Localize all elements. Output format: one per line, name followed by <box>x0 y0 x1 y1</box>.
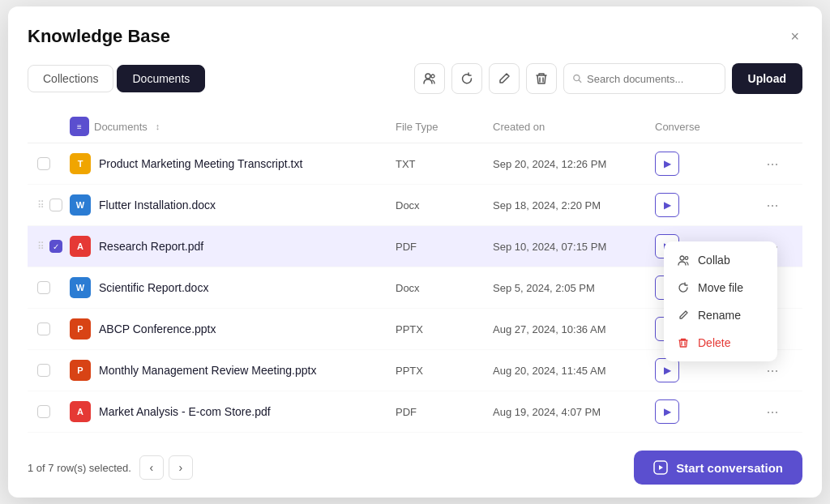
svg-point-4 <box>685 257 688 260</box>
file-icon-pptx: P <box>70 360 91 381</box>
table-row: A Market Analysis - E-com Store.pdf PDF … <box>28 391 802 433</box>
context-menu-move[interactable]: Move file <box>664 274 777 301</box>
table-header: ≡ Documents ↕ File Type Created on Conve… <box>28 110 802 143</box>
file-name: Scientific Report.docx <box>99 281 208 294</box>
delete-icon-button[interactable] <box>526 63 557 94</box>
search-icon <box>572 73 583 84</box>
pagination-buttons: ‹ › <box>139 455 193 480</box>
created-date: Sep 10, 2024, 07:15 PM <box>493 241 655 253</box>
created-date: Sep 5, 2024, 2:05 PM <box>493 282 655 294</box>
selection-info: 1 of 7 row(s) selected. <box>28 462 131 474</box>
search-input[interactable] <box>587 73 716 85</box>
column-name: ≡ Documents ↕ <box>70 117 396 136</box>
created-date: Aug 20, 2024, 11:45 AM <box>493 365 655 377</box>
more-options-button-7[interactable]: ··· <box>752 400 793 424</box>
file-type: Docx <box>396 199 493 211</box>
file-name: Product Marketing Meeting Transcript.txt <box>99 157 302 170</box>
file-type: Docx <box>396 282 493 294</box>
row-checkbox-1[interactable] <box>37 157 50 170</box>
tab-documents[interactable]: Documents <box>117 65 205 92</box>
row-checkbox-2[interactable] <box>49 199 62 211</box>
converse-cell: ▶ <box>655 193 752 217</box>
close-button[interactable]: × <box>787 26 802 47</box>
row-checkbox-7[interactable] <box>37 405 50 418</box>
file-type: PDF <box>396 406 493 418</box>
converse-play-button-2[interactable]: ▶ <box>655 193 679 217</box>
more-options-button-1[interactable]: ··· <box>752 152 793 176</box>
context-menu-rename[interactable]: Rename <box>664 301 777 329</box>
context-menu-collab[interactable]: Collab <box>664 246 777 274</box>
file-type: TXT <box>396 158 493 170</box>
file-name: Research Report.pdf <box>99 240 203 253</box>
modal-title: Knowledge Base <box>28 26 170 47</box>
file-icon-docx: W <box>70 194 91 216</box>
created-date: Sep 20, 2024, 12:26 PM <box>493 158 655 170</box>
rename-menu-icon <box>677 310 690 321</box>
converse-play-button-6[interactable]: ▶ <box>655 358 679 382</box>
file-name: Monthly Management Review Meeting.pptx <box>99 364 316 377</box>
file-icon-pdf: A <box>70 401 91 422</box>
delete-icon <box>535 72 548 85</box>
file-type: PDF <box>396 241 493 253</box>
search-box <box>563 63 725 94</box>
table-row: T Product Marketing Meeting Transcript.t… <box>28 143 802 185</box>
converse-play-button-7[interactable]: ▶ <box>655 399 679 424</box>
tabs: Collections Documents <box>28 65 205 92</box>
row-checkbox-4[interactable] <box>37 281 50 294</box>
footer: 1 of 7 row(s) selected. ‹ › Start conver… <box>8 438 822 498</box>
prev-page-button[interactable]: ‹ <box>139 455 164 480</box>
created-date: Aug 27, 2024, 10:36 AM <box>493 323 655 335</box>
context-menu-delete[interactable]: Delete <box>664 329 777 357</box>
row-checkbox-3[interactable]: ✓ <box>49 240 62 253</box>
refresh-icon-button[interactable] <box>451 63 482 94</box>
toolbar: Collections Documents <box>28 63 802 94</box>
more-options-button-2[interactable]: ··· <box>752 194 793 217</box>
upload-button[interactable]: Upload <box>732 63 802 94</box>
sort-icon: ↕ <box>156 122 160 131</box>
refresh-icon <box>460 72 473 85</box>
file-name: Flutter Installation.docx <box>99 199 216 211</box>
file-type: PPTX <box>396 365 493 377</box>
collab-icon <box>423 72 436 85</box>
svg-point-0 <box>426 74 430 79</box>
table-row: ⠿ W Flutter Installation.docx Docx Sep 1… <box>28 185 802 226</box>
created-date: Sep 18, 2024, 2:20 PM <box>493 199 655 211</box>
row-checkbox-6[interactable] <box>37 364 50 377</box>
start-conversation-button[interactable]: Start conversation <box>634 451 802 485</box>
documents-icon: ≡ <box>70 117 89 136</box>
converse-cell: ▶ <box>655 358 752 382</box>
converse-play-button-1[interactable]: ▶ <box>655 152 679 176</box>
modal-header: Knowledge Base × <box>28 26 802 47</box>
more-options-button-6[interactable]: ··· <box>752 359 793 382</box>
file-icon-txt: T <box>70 153 91 174</box>
file-icon-docx: W <box>70 277 91 298</box>
file-name: ABCP Conference.pptx <box>99 322 216 335</box>
collab-icon-button[interactable] <box>414 63 445 94</box>
converse-cell: ▶ <box>655 399 752 424</box>
delete-menu-icon <box>677 337 690 348</box>
file-icon-pdf: A <box>70 236 91 257</box>
move-menu-icon <box>677 282 690 293</box>
svg-point-1 <box>431 75 434 78</box>
converse-cell: ▶ <box>655 152 752 176</box>
knowledge-base-modal: Knowledge Base × Collections Documents <box>8 6 822 498</box>
edit-icon-button[interactable] <box>489 63 520 94</box>
edit-icon <box>498 72 511 85</box>
svg-point-3 <box>680 256 684 260</box>
created-date: Aug 19, 2024, 4:07 PM <box>493 406 655 418</box>
next-page-button[interactable]: › <box>169 455 193 480</box>
file-icon-pptx: P <box>70 318 91 340</box>
context-menu: Collab Move file Rename Delete <box>664 241 777 361</box>
play-icon <box>653 460 668 475</box>
tab-collections[interactable]: Collections <box>28 65 113 92</box>
row-checkbox-5[interactable] <box>37 322 50 335</box>
file-name: Market Analysis - E-com Store.pdf <box>99 405 271 418</box>
file-type: PPTX <box>396 323 493 335</box>
collab-menu-icon <box>677 254 690 266</box>
